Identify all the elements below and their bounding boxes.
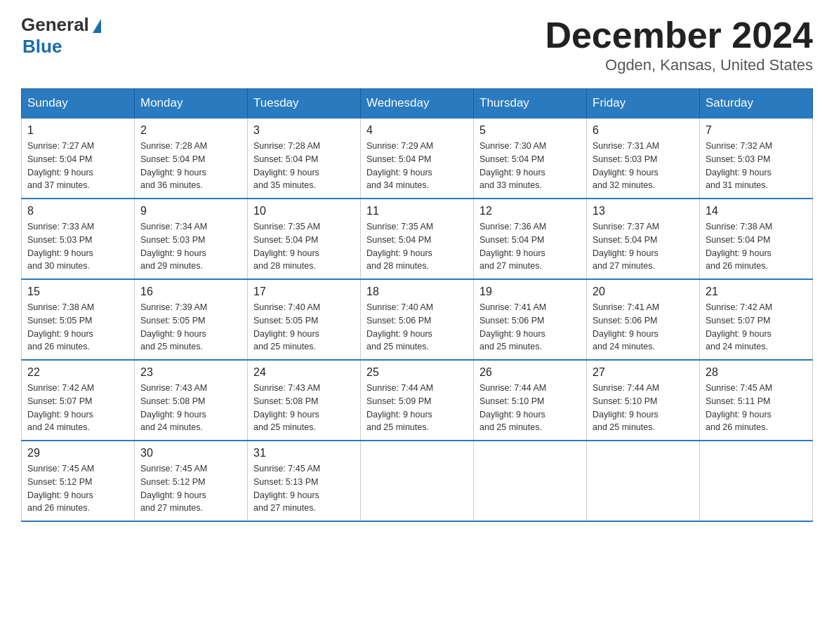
day-number: 14 — [706, 205, 807, 217]
calendar-week-row-2: 8 Sunrise: 7:33 AM Sunset: 5:03 PM Dayli… — [22, 199, 813, 279]
day-number: 9 — [140, 205, 241, 217]
day-info: Sunrise: 7:27 AM Sunset: 5:04 PM Dayligh… — [27, 140, 128, 192]
table-row: 7 Sunrise: 7:32 AM Sunset: 5:03 PM Dayli… — [700, 118, 813, 199]
table-row: 28 Sunrise: 7:45 AM Sunset: 5:11 PM Dayl… — [700, 360, 813, 441]
table-row: 5 Sunrise: 7:30 AM Sunset: 5:04 PM Dayli… — [474, 118, 587, 199]
col-sunday: Sunday — [22, 89, 135, 119]
table-row: 13 Sunrise: 7:37 AM Sunset: 5:04 PM Dayl… — [587, 199, 700, 279]
table-row: 14 Sunrise: 7:38 AM Sunset: 5:04 PM Dayl… — [700, 199, 813, 279]
table-row: 8 Sunrise: 7:33 AM Sunset: 5:03 PM Dayli… — [22, 199, 135, 279]
table-row: 30 Sunrise: 7:45 AM Sunset: 5:12 PM Dayl… — [135, 441, 248, 521]
day-info: Sunrise: 7:45 AM Sunset: 5:12 PM Dayligh… — [140, 462, 241, 515]
day-info: Sunrise: 7:38 AM Sunset: 5:04 PM Dayligh… — [706, 220, 807, 273]
day-info: Sunrise: 7:34 AM Sunset: 5:03 PM Dayligh… — [140, 220, 241, 273]
day-number: 12 — [479, 205, 581, 217]
page-header: General Blue December 2024 Ogden, Kansas… — [21, 14, 813, 74]
day-info: Sunrise: 7:31 AM Sunset: 5:03 PM Dayligh… — [593, 140, 694, 192]
table-row: 16 Sunrise: 7:39 AM Sunset: 5:05 PM Dayl… — [135, 279, 248, 360]
table-row: 18 Sunrise: 7:40 AM Sunset: 5:06 PM Dayl… — [361, 279, 474, 360]
table-row — [587, 441, 700, 521]
day-number: 4 — [366, 124, 468, 137]
day-number: 8 — [27, 205, 128, 217]
day-info: Sunrise: 7:45 AM Sunset: 5:11 PM Dayligh… — [706, 382, 807, 434]
day-number: 31 — [253, 447, 355, 459]
day-info: Sunrise: 7:40 AM Sunset: 5:06 PM Dayligh… — [366, 301, 468, 354]
day-info: Sunrise: 7:45 AM Sunset: 5:12 PM Dayligh… — [27, 462, 128, 515]
col-wednesday: Wednesday — [361, 89, 474, 119]
table-row: 29 Sunrise: 7:45 AM Sunset: 5:12 PM Dayl… — [22, 441, 135, 521]
day-number: 27 — [593, 366, 694, 379]
calendar-week-row-5: 29 Sunrise: 7:45 AM Sunset: 5:12 PM Dayl… — [22, 441, 813, 521]
col-monday: Monday — [135, 89, 248, 119]
table-row: 15 Sunrise: 7:38 AM Sunset: 5:05 PM Dayl… — [22, 279, 135, 360]
day-number: 13 — [593, 205, 694, 217]
day-number: 29 — [27, 447, 128, 459]
table-row: 19 Sunrise: 7:41 AM Sunset: 5:06 PM Dayl… — [474, 279, 587, 360]
table-row: 24 Sunrise: 7:43 AM Sunset: 5:08 PM Dayl… — [248, 360, 361, 441]
calendar-week-row-3: 15 Sunrise: 7:38 AM Sunset: 5:05 PM Dayl… — [22, 279, 813, 360]
table-row: 21 Sunrise: 7:42 AM Sunset: 5:07 PM Dayl… — [700, 279, 813, 360]
table-row: 10 Sunrise: 7:35 AM Sunset: 5:04 PM Dayl… — [248, 199, 361, 279]
title-block: December 2024 Ogden, Kansas, United Stat… — [545, 14, 813, 74]
logo-blue-text: Blue — [22, 36, 62, 58]
day-number: 1 — [27, 124, 128, 137]
table-row: 27 Sunrise: 7:44 AM Sunset: 5:10 PM Dayl… — [587, 360, 700, 441]
table-row — [361, 441, 474, 521]
day-number: 17 — [253, 286, 355, 298]
day-number: 15 — [27, 286, 128, 298]
day-info: Sunrise: 7:43 AM Sunset: 5:08 PM Dayligh… — [140, 382, 241, 434]
day-number: 5 — [479, 124, 581, 137]
table-row: 4 Sunrise: 7:29 AM Sunset: 5:04 PM Dayli… — [361, 118, 474, 199]
day-number: 24 — [253, 366, 355, 379]
day-number: 28 — [706, 366, 807, 379]
day-number: 30 — [140, 447, 241, 459]
day-number: 6 — [593, 124, 694, 137]
table-row: 31 Sunrise: 7:45 AM Sunset: 5:13 PM Dayl… — [248, 441, 361, 521]
day-info: Sunrise: 7:42 AM Sunset: 5:07 PM Dayligh… — [706, 301, 807, 354]
day-info: Sunrise: 7:35 AM Sunset: 5:04 PM Dayligh… — [253, 220, 355, 273]
calendar-week-row-4: 22 Sunrise: 7:42 AM Sunset: 5:07 PM Dayl… — [22, 360, 813, 441]
day-info: Sunrise: 7:41 AM Sunset: 5:06 PM Dayligh… — [479, 301, 581, 354]
day-number: 2 — [140, 124, 241, 137]
table-row: 12 Sunrise: 7:36 AM Sunset: 5:04 PM Dayl… — [474, 199, 587, 279]
logo-general-text: General — [21, 14, 89, 36]
day-number: 21 — [706, 286, 807, 298]
logo: General Blue — [21, 14, 101, 58]
day-info: Sunrise: 7:42 AM Sunset: 5:07 PM Dayligh… — [27, 382, 128, 434]
day-info: Sunrise: 7:41 AM Sunset: 5:06 PM Dayligh… — [593, 301, 694, 354]
day-number: 18 — [366, 286, 468, 298]
calendar-header-row: Sunday Monday Tuesday Wednesday Thursday… — [22, 89, 813, 119]
day-number: 26 — [479, 366, 581, 379]
day-info: Sunrise: 7:36 AM Sunset: 5:04 PM Dayligh… — [479, 220, 581, 273]
calendar-table: Sunday Monday Tuesday Wednesday Thursday… — [21, 88, 813, 522]
table-row: 9 Sunrise: 7:34 AM Sunset: 5:03 PM Dayli… — [135, 199, 248, 279]
table-row — [474, 441, 587, 521]
day-info: Sunrise: 7:45 AM Sunset: 5:13 PM Dayligh… — [253, 462, 355, 515]
col-friday: Friday — [587, 89, 700, 119]
month-title: December 2024 — [545, 14, 813, 56]
table-row: 1 Sunrise: 7:27 AM Sunset: 5:04 PM Dayli… — [22, 118, 135, 199]
day-number: 16 — [140, 286, 241, 298]
day-number: 3 — [253, 124, 355, 137]
day-info: Sunrise: 7:44 AM Sunset: 5:10 PM Dayligh… — [593, 382, 694, 434]
day-info: Sunrise: 7:44 AM Sunset: 5:09 PM Dayligh… — [366, 382, 468, 434]
day-info: Sunrise: 7:38 AM Sunset: 5:05 PM Dayligh… — [27, 301, 128, 354]
table-row: 23 Sunrise: 7:43 AM Sunset: 5:08 PM Dayl… — [135, 360, 248, 441]
col-tuesday: Tuesday — [248, 89, 361, 119]
table-row: 22 Sunrise: 7:42 AM Sunset: 5:07 PM Dayl… — [22, 360, 135, 441]
col-saturday: Saturday — [700, 89, 813, 119]
table-row: 2 Sunrise: 7:28 AM Sunset: 5:04 PM Dayli… — [135, 118, 248, 199]
day-number: 25 — [366, 366, 468, 379]
day-number: 22 — [27, 366, 128, 379]
table-row: 26 Sunrise: 7:44 AM Sunset: 5:10 PM Dayl… — [474, 360, 587, 441]
day-info: Sunrise: 7:44 AM Sunset: 5:10 PM Dayligh… — [479, 382, 581, 434]
day-info: Sunrise: 7:28 AM Sunset: 5:04 PM Dayligh… — [140, 140, 241, 192]
day-info: Sunrise: 7:35 AM Sunset: 5:04 PM Dayligh… — [366, 220, 468, 273]
day-info: Sunrise: 7:37 AM Sunset: 5:04 PM Dayligh… — [593, 220, 694, 273]
table-row: 17 Sunrise: 7:40 AM Sunset: 5:05 PM Dayl… — [248, 279, 361, 360]
table-row: 20 Sunrise: 7:41 AM Sunset: 5:06 PM Dayl… — [587, 279, 700, 360]
table-row: 11 Sunrise: 7:35 AM Sunset: 5:04 PM Dayl… — [361, 199, 474, 279]
calendar-week-row-1: 1 Sunrise: 7:27 AM Sunset: 5:04 PM Dayli… — [22, 118, 813, 199]
day-number: 23 — [140, 366, 241, 379]
day-number: 11 — [366, 205, 468, 217]
